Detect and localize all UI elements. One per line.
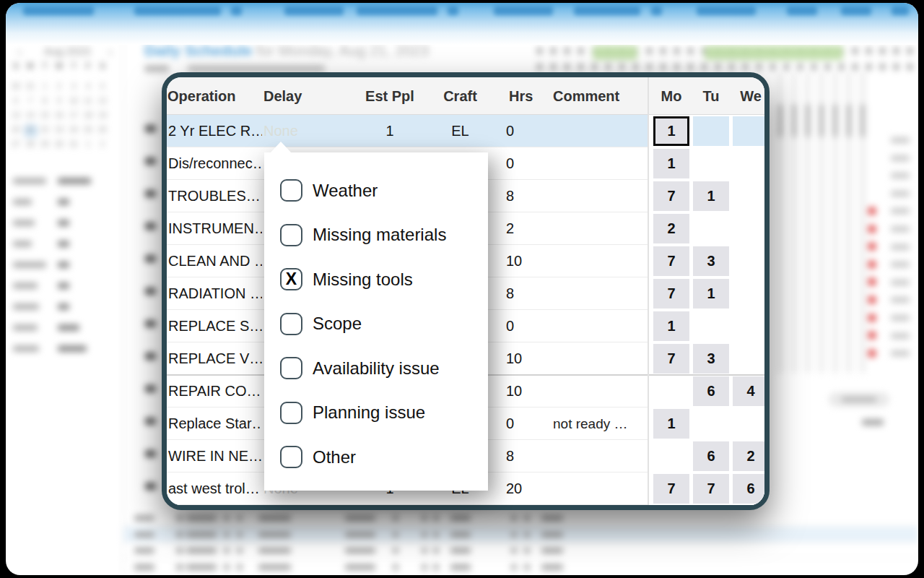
day-cell-mo[interactable]: 7 xyxy=(653,474,689,504)
calendar-next-button[interactable]: › xyxy=(108,45,113,59)
toolbar-button[interactable] xyxy=(787,6,817,15)
operation-cell[interactable]: CLEAN AND … xyxy=(168,245,262,277)
operation-cell[interactable]: TROUBLES… xyxy=(168,180,262,212)
toolbar-button[interactable] xyxy=(357,6,437,15)
checkbox-icon[interactable] xyxy=(280,402,302,424)
toolbar-button[interactable] xyxy=(651,6,662,15)
day-cell-tu[interactable]: 1 xyxy=(693,181,729,211)
hrs-cell[interactable]: 8 xyxy=(506,180,551,212)
day-cell-tu[interactable]: 7 xyxy=(693,474,729,504)
day-cell-mo[interactable]: 7 xyxy=(653,181,689,211)
cell-text xyxy=(186,548,217,553)
table-row[interactable]: 2 Yr ELEC R…None1EL01 xyxy=(167,115,764,147)
day-cell-tu[interactable] xyxy=(693,149,729,178)
checkbox-icon[interactable] xyxy=(280,446,302,468)
toolbar-button[interactable] xyxy=(574,6,640,15)
day-cell-we[interactable]: 6 xyxy=(733,474,769,504)
toolbar-button[interactable] xyxy=(134,6,221,15)
toolbar-button[interactable] xyxy=(284,6,344,15)
operation-cell[interactable]: ast west trol… xyxy=(168,473,262,505)
table-row[interactable] xyxy=(123,559,918,575)
day-cell-mo[interactable]: 7 xyxy=(653,246,689,276)
delay-option[interactable]: Weather xyxy=(264,168,488,213)
hrs-cell[interactable]: 10 xyxy=(506,342,551,375)
cell-text xyxy=(433,548,439,553)
day-cell-we[interactable] xyxy=(733,246,769,276)
hrs-cell[interactable]: 20 xyxy=(506,473,551,505)
day-cell-we[interactable]: 4 xyxy=(733,376,769,406)
toolbar-button[interactable] xyxy=(841,6,871,15)
day-cell-tu[interactable]: 3 xyxy=(693,246,729,276)
day-cell-mo[interactable]: 1 xyxy=(653,311,689,341)
day-cell-tu[interactable]: 6 xyxy=(693,376,729,406)
day-cell-mo[interactable]: 1 xyxy=(653,409,689,439)
day-cell-mo[interactable]: 1 xyxy=(653,116,689,146)
delay-option[interactable]: XMissing tools xyxy=(264,257,488,302)
operation-cell[interactable]: INSTRUMEN… xyxy=(168,212,262,245)
checkbox-icon[interactable] xyxy=(280,179,302,202)
row-label-fragment xyxy=(145,320,156,327)
day-cell-mo[interactable] xyxy=(653,441,689,471)
day-cell-tu[interactable] xyxy=(693,311,729,341)
day-cell-tu[interactable] xyxy=(693,409,729,439)
day-cell-mo[interactable]: 2 xyxy=(653,214,689,243)
table-row[interactable] xyxy=(123,527,918,543)
day-cell-we[interactable] xyxy=(733,409,769,439)
calendar-prev-button[interactable]: ‹ xyxy=(17,45,22,59)
day-cell-tu[interactable] xyxy=(693,116,729,146)
toolbar-button[interactable] xyxy=(448,6,458,15)
toolbar-button[interactable] xyxy=(23,6,94,15)
day-cell-tu[interactable]: 6 xyxy=(693,441,729,471)
hrs-cell[interactable]: 8 xyxy=(506,277,551,310)
day-cell-we[interactable] xyxy=(733,279,769,309)
delay-option[interactable]: Availability issue xyxy=(264,346,488,391)
operation-cell[interactable]: WIRE IN NE… xyxy=(168,440,262,473)
toolbar-button[interactable] xyxy=(697,6,756,15)
day-cell-we[interactable] xyxy=(733,181,769,211)
comment-cell[interactable]: not ready … xyxy=(553,407,645,440)
day-cell-mo[interactable] xyxy=(653,376,689,406)
hrs-cell[interactable]: 2 xyxy=(506,212,551,245)
checkbox-icon[interactable] xyxy=(280,224,302,246)
delay-option[interactable]: Scope xyxy=(264,302,488,347)
delay-option[interactable]: Missing materials xyxy=(264,213,488,258)
day-cell-we[interactable] xyxy=(733,116,769,146)
checkbox-checked-icon[interactable]: X xyxy=(280,268,302,290)
operation-cell[interactable]: REPLACE V… xyxy=(168,342,262,375)
day-cell-mo[interactable]: 7 xyxy=(653,279,689,309)
day-cell-we[interactable] xyxy=(733,344,769,374)
day-cell-we[interactable] xyxy=(733,214,769,243)
table-row[interactable] xyxy=(123,510,918,526)
hrs-cell[interactable]: 10 xyxy=(506,375,551,407)
table-row[interactable] xyxy=(123,543,918,558)
craft-cell[interactable]: EL xyxy=(433,115,487,147)
operation-cell[interactable]: 2 Yr ELEC R… xyxy=(168,115,262,147)
operation-cell[interactable]: REPAIR CO… xyxy=(168,375,262,407)
hrs-cell[interactable]: 0 xyxy=(506,407,551,440)
operation-cell[interactable]: Replace Star… xyxy=(168,407,262,440)
hrs-cell[interactable]: 0 xyxy=(506,310,551,342)
day-cell-tu[interactable] xyxy=(693,214,729,243)
toolbar-button[interactable] xyxy=(892,6,909,15)
day-cell-mo[interactable]: 1 xyxy=(653,149,689,178)
toolbar-button[interactable] xyxy=(231,6,242,15)
hrs-cell[interactable]: 10 xyxy=(506,245,551,277)
day-cell-we[interactable] xyxy=(733,149,769,178)
toolbar-button[interactable] xyxy=(494,6,553,15)
checkbox-icon[interactable] xyxy=(280,313,302,335)
operation-cell[interactable]: RADIATION … xyxy=(168,277,262,310)
hrs-cell[interactable]: 0 xyxy=(506,147,551,180)
day-cell-mo[interactable]: 7 xyxy=(653,344,689,374)
day-cell-tu[interactable]: 1 xyxy=(693,279,729,309)
est-ppl-cell[interactable]: 1 xyxy=(346,115,433,147)
operation-cell[interactable]: REPLACE S… xyxy=(168,310,262,342)
checkbox-icon[interactable] xyxy=(280,357,302,379)
hrs-cell[interactable]: 8 xyxy=(506,440,551,473)
delay-option[interactable]: Other xyxy=(264,435,488,480)
hrs-cell[interactable]: 0 xyxy=(506,115,551,147)
delay-option[interactable]: Planning issue xyxy=(264,391,488,436)
day-cell-we[interactable]: 2 xyxy=(733,441,769,471)
operation-cell[interactable]: Dis/reconnec… xyxy=(168,147,262,180)
day-cell-we[interactable] xyxy=(733,311,769,341)
day-cell-tu[interactable]: 3 xyxy=(693,344,729,374)
